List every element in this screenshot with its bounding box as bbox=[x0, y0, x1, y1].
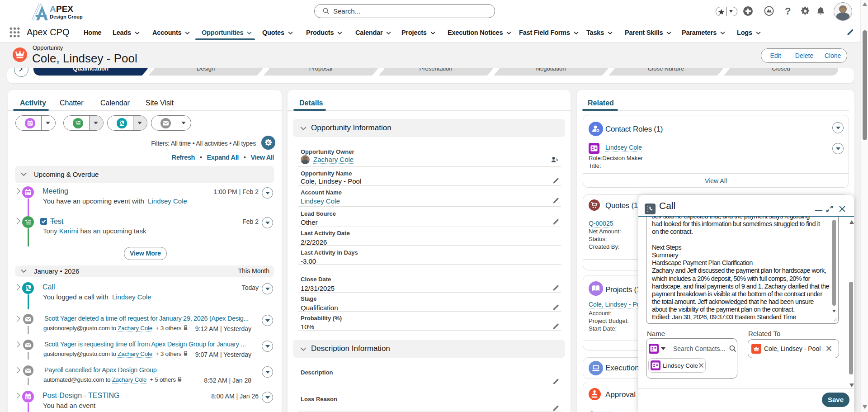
svg-text:A: A bbox=[50, 4, 56, 14]
svg-text:Design Group: Design Group bbox=[50, 14, 83, 19]
svg-text:PEX: PEX bbox=[56, 4, 73, 14]
